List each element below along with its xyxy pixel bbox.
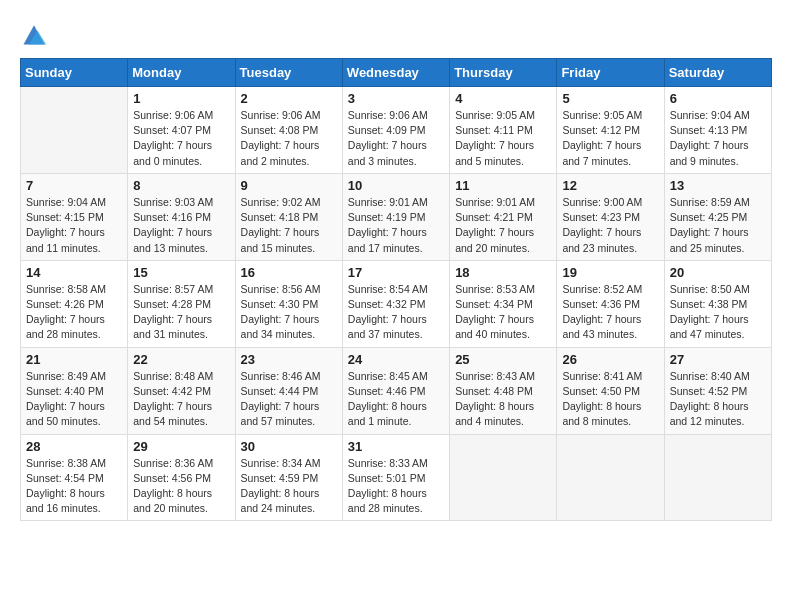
calendar-cell: 26Sunrise: 8:41 AMSunset: 4:50 PMDayligh…	[557, 347, 664, 434]
calendar-cell: 13Sunrise: 8:59 AMSunset: 4:25 PMDayligh…	[664, 173, 771, 260]
calendar-cell	[664, 434, 771, 521]
day-number: 24	[348, 352, 444, 367]
calendar-cell: 21Sunrise: 8:49 AMSunset: 4:40 PMDayligh…	[21, 347, 128, 434]
day-number: 15	[133, 265, 229, 280]
day-number: 31	[348, 439, 444, 454]
calendar-cell: 28Sunrise: 8:38 AMSunset: 4:54 PMDayligh…	[21, 434, 128, 521]
day-info: Sunrise: 8:59 AMSunset: 4:25 PMDaylight:…	[670, 195, 766, 256]
weekday-header: Saturday	[664, 59, 771, 87]
calendar-cell: 15Sunrise: 8:57 AMSunset: 4:28 PMDayligh…	[128, 260, 235, 347]
calendar-cell: 17Sunrise: 8:54 AMSunset: 4:32 PMDayligh…	[342, 260, 449, 347]
calendar-cell	[21, 87, 128, 174]
day-info: Sunrise: 8:33 AMSunset: 5:01 PMDaylight:…	[348, 456, 444, 517]
weekday-header: Sunday	[21, 59, 128, 87]
day-number: 19	[562, 265, 658, 280]
calendar-cell	[450, 434, 557, 521]
calendar-cell	[557, 434, 664, 521]
calendar-cell: 10Sunrise: 9:01 AMSunset: 4:19 PMDayligh…	[342, 173, 449, 260]
day-number: 20	[670, 265, 766, 280]
day-number: 11	[455, 178, 551, 193]
day-number: 29	[133, 439, 229, 454]
day-info: Sunrise: 9:06 AMSunset: 4:07 PMDaylight:…	[133, 108, 229, 169]
logo-icon	[20, 20, 48, 48]
calendar-cell: 1Sunrise: 9:06 AMSunset: 4:07 PMDaylight…	[128, 87, 235, 174]
calendar-cell: 4Sunrise: 9:05 AMSunset: 4:11 PMDaylight…	[450, 87, 557, 174]
calendar-cell: 3Sunrise: 9:06 AMSunset: 4:09 PMDaylight…	[342, 87, 449, 174]
weekday-header: Wednesday	[342, 59, 449, 87]
day-number: 18	[455, 265, 551, 280]
day-info: Sunrise: 8:40 AMSunset: 4:52 PMDaylight:…	[670, 369, 766, 430]
day-info: Sunrise: 8:45 AMSunset: 4:46 PMDaylight:…	[348, 369, 444, 430]
day-info: Sunrise: 9:01 AMSunset: 4:19 PMDaylight:…	[348, 195, 444, 256]
calendar-cell: 31Sunrise: 8:33 AMSunset: 5:01 PMDayligh…	[342, 434, 449, 521]
calendar-cell: 7Sunrise: 9:04 AMSunset: 4:15 PMDaylight…	[21, 173, 128, 260]
day-info: Sunrise: 8:57 AMSunset: 4:28 PMDaylight:…	[133, 282, 229, 343]
day-info: Sunrise: 8:50 AMSunset: 4:38 PMDaylight:…	[670, 282, 766, 343]
day-number: 27	[670, 352, 766, 367]
calendar-cell: 30Sunrise: 8:34 AMSunset: 4:59 PMDayligh…	[235, 434, 342, 521]
day-number: 6	[670, 91, 766, 106]
calendar-cell: 16Sunrise: 8:56 AMSunset: 4:30 PMDayligh…	[235, 260, 342, 347]
page-header	[20, 20, 772, 48]
day-info: Sunrise: 8:58 AMSunset: 4:26 PMDaylight:…	[26, 282, 122, 343]
day-info: Sunrise: 8:48 AMSunset: 4:42 PMDaylight:…	[133, 369, 229, 430]
calendar-cell: 22Sunrise: 8:48 AMSunset: 4:42 PMDayligh…	[128, 347, 235, 434]
calendar-week-row: 7Sunrise: 9:04 AMSunset: 4:15 PMDaylight…	[21, 173, 772, 260]
day-number: 3	[348, 91, 444, 106]
logo	[20, 20, 52, 48]
day-info: Sunrise: 8:54 AMSunset: 4:32 PMDaylight:…	[348, 282, 444, 343]
day-number: 12	[562, 178, 658, 193]
calendar-body: 1Sunrise: 9:06 AMSunset: 4:07 PMDaylight…	[21, 87, 772, 521]
day-number: 2	[241, 91, 337, 106]
calendar-week-row: 1Sunrise: 9:06 AMSunset: 4:07 PMDaylight…	[21, 87, 772, 174]
day-number: 17	[348, 265, 444, 280]
calendar-cell: 14Sunrise: 8:58 AMSunset: 4:26 PMDayligh…	[21, 260, 128, 347]
day-info: Sunrise: 9:01 AMSunset: 4:21 PMDaylight:…	[455, 195, 551, 256]
calendar-week-row: 21Sunrise: 8:49 AMSunset: 4:40 PMDayligh…	[21, 347, 772, 434]
day-number: 21	[26, 352, 122, 367]
day-info: Sunrise: 8:41 AMSunset: 4:50 PMDaylight:…	[562, 369, 658, 430]
day-number: 9	[241, 178, 337, 193]
calendar-week-row: 14Sunrise: 8:58 AMSunset: 4:26 PMDayligh…	[21, 260, 772, 347]
calendar-cell: 9Sunrise: 9:02 AMSunset: 4:18 PMDaylight…	[235, 173, 342, 260]
day-number: 30	[241, 439, 337, 454]
day-number: 25	[455, 352, 551, 367]
day-number: 28	[26, 439, 122, 454]
day-info: Sunrise: 8:43 AMSunset: 4:48 PMDaylight:…	[455, 369, 551, 430]
day-number: 26	[562, 352, 658, 367]
weekday-header: Monday	[128, 59, 235, 87]
calendar-week-row: 28Sunrise: 8:38 AMSunset: 4:54 PMDayligh…	[21, 434, 772, 521]
calendar-cell: 25Sunrise: 8:43 AMSunset: 4:48 PMDayligh…	[450, 347, 557, 434]
day-info: Sunrise: 9:03 AMSunset: 4:16 PMDaylight:…	[133, 195, 229, 256]
day-info: Sunrise: 8:46 AMSunset: 4:44 PMDaylight:…	[241, 369, 337, 430]
weekday-header: Thursday	[450, 59, 557, 87]
day-number: 5	[562, 91, 658, 106]
day-info: Sunrise: 8:52 AMSunset: 4:36 PMDaylight:…	[562, 282, 658, 343]
day-info: Sunrise: 9:04 AMSunset: 4:15 PMDaylight:…	[26, 195, 122, 256]
calendar-cell: 23Sunrise: 8:46 AMSunset: 4:44 PMDayligh…	[235, 347, 342, 434]
day-number: 10	[348, 178, 444, 193]
calendar-cell: 6Sunrise: 9:04 AMSunset: 4:13 PMDaylight…	[664, 87, 771, 174]
calendar-cell: 24Sunrise: 8:45 AMSunset: 4:46 PMDayligh…	[342, 347, 449, 434]
day-info: Sunrise: 9:06 AMSunset: 4:09 PMDaylight:…	[348, 108, 444, 169]
day-number: 23	[241, 352, 337, 367]
calendar-cell: 29Sunrise: 8:36 AMSunset: 4:56 PMDayligh…	[128, 434, 235, 521]
calendar-cell: 11Sunrise: 9:01 AMSunset: 4:21 PMDayligh…	[450, 173, 557, 260]
calendar-cell: 19Sunrise: 8:52 AMSunset: 4:36 PMDayligh…	[557, 260, 664, 347]
day-info: Sunrise: 9:04 AMSunset: 4:13 PMDaylight:…	[670, 108, 766, 169]
day-info: Sunrise: 8:53 AMSunset: 4:34 PMDaylight:…	[455, 282, 551, 343]
day-number: 8	[133, 178, 229, 193]
day-number: 13	[670, 178, 766, 193]
day-info: Sunrise: 9:05 AMSunset: 4:11 PMDaylight:…	[455, 108, 551, 169]
day-number: 22	[133, 352, 229, 367]
calendar-cell: 18Sunrise: 8:53 AMSunset: 4:34 PMDayligh…	[450, 260, 557, 347]
day-number: 7	[26, 178, 122, 193]
calendar-cell: 2Sunrise: 9:06 AMSunset: 4:08 PMDaylight…	[235, 87, 342, 174]
calendar-cell: 20Sunrise: 8:50 AMSunset: 4:38 PMDayligh…	[664, 260, 771, 347]
day-number: 4	[455, 91, 551, 106]
day-info: Sunrise: 8:34 AMSunset: 4:59 PMDaylight:…	[241, 456, 337, 517]
day-info: Sunrise: 9:06 AMSunset: 4:08 PMDaylight:…	[241, 108, 337, 169]
weekday-header: Tuesday	[235, 59, 342, 87]
day-info: Sunrise: 8:49 AMSunset: 4:40 PMDaylight:…	[26, 369, 122, 430]
calendar-cell: 5Sunrise: 9:05 AMSunset: 4:12 PMDaylight…	[557, 87, 664, 174]
